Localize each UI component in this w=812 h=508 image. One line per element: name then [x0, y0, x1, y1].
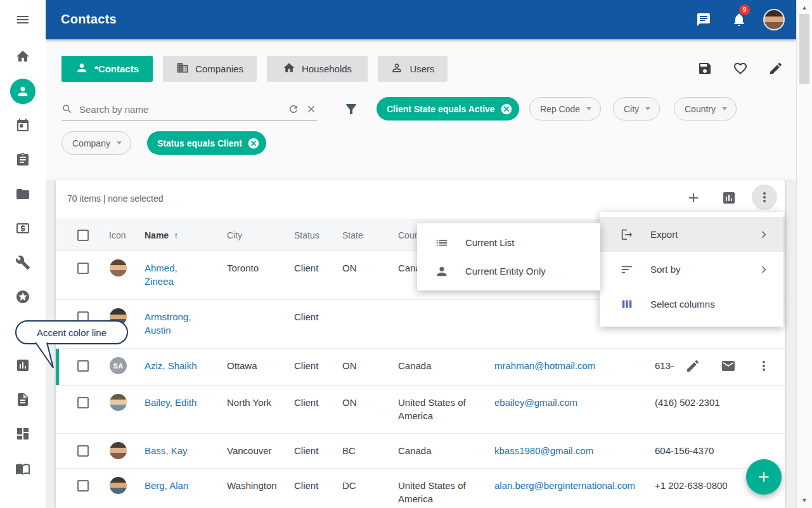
contact-name-link[interactable]: Bailey, Edith: [145, 397, 197, 408]
submenu-item-current-list[interactable]: Current List: [417, 228, 600, 257]
contact-avatar: SA: [110, 357, 127, 374]
chip-rep-code[interactable]: Rep Code: [529, 97, 601, 120]
user-avatar[interactable]: [763, 9, 785, 30]
chart-view-icon[interactable]: [721, 190, 737, 205]
email-link[interactable]: ebailey@gmail.com: [494, 397, 577, 408]
menu-item-export[interactable]: Export: [600, 217, 783, 252]
select-all-checkbox[interactable]: [77, 230, 89, 241]
save-icon[interactable]: [697, 61, 712, 76]
tab-contacts[interactable]: *Contacts: [61, 56, 153, 82]
remove-chip-icon[interactable]: [500, 103, 513, 115]
table-row[interactable]: SA Aziz, Shaikh Ottawa Client ON Canada …: [56, 349, 785, 386]
submenu-item-current-entity-only[interactable]: Current Entity Only: [417, 257, 600, 285]
column-header-name[interactable]: Name↑: [145, 230, 178, 240]
filter-icon[interactable]: [344, 101, 359, 117]
contact-name-link[interactable]: Armstrong, Austin: [145, 311, 191, 335]
column-header-city[interactable]: City: [227, 230, 242, 240]
row-checkbox[interactable]: [77, 360, 89, 372]
document-icon[interactable]: [15, 392, 30, 407]
clear-icon[interactable]: [306, 103, 317, 115]
book-icon[interactable]: [15, 461, 30, 476]
favorite-icon[interactable]: [733, 61, 748, 76]
menu-icon[interactable]: [15, 12, 30, 27]
email-link[interactable]: mrahman@hotmail.com: [494, 360, 595, 371]
email-link[interactable]: kbass1980@gmail.com: [494, 445, 593, 456]
email-link[interactable]: alan.berg@berginternational.com: [494, 480, 635, 491]
contact-name-link[interactable]: Ahmed, Zineea: [145, 263, 177, 287]
menu-item-label: Current Entity Only: [465, 266, 546, 277]
chip-client-state[interactable]: Client State equals Active: [377, 97, 519, 120]
chip-label: City: [624, 104, 639, 114]
row-more-icon[interactable]: [756, 358, 771, 374]
menu-item-label: Export: [650, 229, 678, 240]
row-checkbox[interactable]: [77, 263, 89, 274]
status-cell: Client: [294, 251, 338, 299]
row-checkbox[interactable]: [77, 397, 89, 408]
billing-icon[interactable]: [15, 221, 30, 236]
folder-icon[interactable]: [15, 186, 30, 202]
scrollbar-thumb[interactable]: [799, 14, 809, 84]
column-header-icon[interactable]: Icon: [109, 230, 126, 240]
column-header-state[interactable]: State: [342, 230, 363, 240]
chip-status[interactable]: Status equals Client: [147, 131, 266, 155]
dashboard-icon[interactable]: [15, 426, 30, 441]
edit-icon[interactable]: [768, 61, 783, 76]
tab-households[interactable]: Households: [267, 56, 368, 82]
person-icon: [435, 264, 449, 278]
table-row[interactable]: Berg, Alan Washington Client DC United S…: [56, 469, 785, 508]
building-icon: [176, 62, 189, 76]
status-cell: Client: [294, 300, 338, 348]
row-checkbox[interactable]: [77, 445, 89, 457]
vertical-scrollbar[interactable]: ▲ ▼: [796, 0, 812, 508]
contact-avatar: [110, 477, 127, 494]
chip-label: Country: [685, 104, 716, 114]
menu-item-label: Sort by: [650, 264, 681, 275]
contacts-icon[interactable]: [10, 79, 35, 104]
tasks-icon[interactable]: [15, 152, 30, 167]
scroll-down-icon[interactable]: ▼: [797, 494, 812, 507]
edit-row-icon[interactable]: [685, 358, 700, 374]
search-input[interactable]: [79, 104, 281, 115]
chevron-right-icon: [757, 263, 771, 277]
chart-icon[interactable]: [15, 358, 30, 373]
chip-country[interactable]: Country: [674, 97, 737, 120]
chat-icon[interactable]: [696, 12, 711, 27]
column-header-status[interactable]: Status: [294, 230, 319, 240]
state-cell: ON: [342, 386, 387, 433]
chip-city[interactable]: City: [613, 97, 660, 120]
tab-label: Households: [302, 63, 352, 74]
tab-companies[interactable]: Companies: [163, 56, 257, 82]
add-contact-fab[interactable]: [746, 459, 782, 495]
row-checkbox[interactable]: [77, 480, 89, 492]
contact-name-link[interactable]: Berg, Alan: [145, 480, 188, 491]
columns-icon: [620, 297, 634, 311]
search-icon: [61, 103, 73, 115]
tools-icon[interactable]: [15, 255, 30, 270]
state-cell: ON: [342, 349, 387, 385]
add-icon[interactable]: [686, 190, 701, 205]
scroll-up-icon[interactable]: ▲: [797, 1, 812, 14]
refresh-icon[interactable]: [288, 103, 299, 115]
state-cell: [342, 300, 387, 348]
remove-chip-icon[interactable]: [247, 137, 260, 150]
more-options-icon[interactable]: [752, 185, 777, 210]
chip-label: Client State equals Active: [387, 104, 495, 114]
table-row[interactable]: Bass, Kay Vancouver Client BC Canada kba…: [56, 434, 785, 469]
annotation-callout: Accent color line: [15, 320, 128, 344]
chevron-right-icon: [757, 228, 771, 242]
rewards-star-icon[interactable]: [15, 289, 30, 304]
chip-company[interactable]: Company: [61, 131, 131, 155]
calendar-icon[interactable]: [15, 118, 30, 133]
tab-users[interactable]: Users: [378, 56, 448, 82]
contact-name-link[interactable]: Aziz, Shaikh: [145, 360, 197, 371]
home-icon[interactable]: [15, 49, 30, 64]
country-cell: [398, 300, 469, 348]
table-row[interactable]: Bailey, Edith North York Client ON Unite…: [56, 386, 785, 434]
status-cell: Client: [294, 386, 338, 433]
menu-item-select-columns[interactable]: Select columns: [600, 287, 783, 322]
contact-name-link[interactable]: Bass, Kay: [145, 445, 188, 456]
city-cell: Vancouver: [227, 434, 290, 468]
menu-item-sort-by[interactable]: Sort by: [600, 252, 783, 287]
city-cell: Toronto: [227, 251, 290, 299]
email-row-icon[interactable]: [721, 358, 736, 374]
